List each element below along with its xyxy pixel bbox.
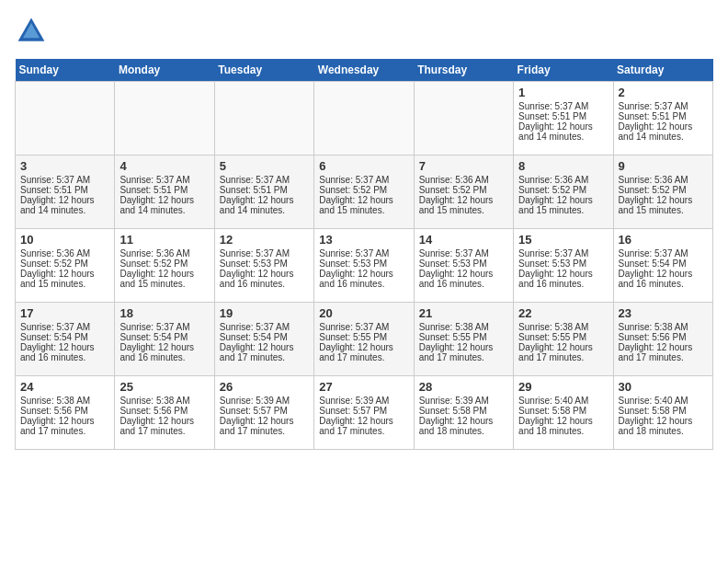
- day-number: 26: [220, 380, 309, 394]
- day-info: Daylight: 12 hours and 18 minutes.: [518, 416, 608, 436]
- day-info: Sunset: 5:54 PM: [20, 332, 109, 342]
- day-header-sunday: Sunday: [16, 59, 115, 82]
- calendar-cell: [314, 82, 414, 155]
- day-info: Daylight: 12 hours and 17 minutes.: [319, 416, 408, 436]
- day-info: Daylight: 12 hours and 18 minutes.: [619, 416, 708, 436]
- day-number: 23: [619, 306, 708, 320]
- day-info: Sunset: 5:52 PM: [419, 185, 508, 195]
- day-number: 3: [20, 159, 109, 173]
- calendar-week-row: 24Sunrise: 5:38 AMSunset: 5:56 PMDayligh…: [16, 376, 713, 450]
- day-info: Sunrise: 5:40 AM: [619, 396, 708, 406]
- calendar-cell: 17Sunrise: 5:37 AMSunset: 5:54 PMDayligh…: [16, 303, 115, 376]
- day-info: Daylight: 12 hours and 14 minutes.: [20, 195, 109, 215]
- day-info: Sunrise: 5:38 AM: [419, 322, 508, 332]
- day-number: 27: [319, 380, 408, 394]
- day-header-tuesday: Tuesday: [214, 59, 313, 82]
- day-number: 12: [220, 233, 309, 247]
- day-number: 15: [518, 233, 608, 247]
- day-number: 4: [119, 159, 209, 173]
- day-info: Sunset: 5:52 PM: [319, 185, 408, 195]
- day-header-wednesday: Wednesday: [314, 59, 414, 82]
- calendar-cell: 13Sunrise: 5:37 AMSunset: 5:53 PMDayligh…: [314, 229, 414, 303]
- day-number: 28: [419, 380, 508, 394]
- day-info: Daylight: 12 hours and 17 minutes.: [119, 416, 209, 436]
- day-number: 2: [619, 86, 708, 99]
- day-info: Sunrise: 5:39 AM: [419, 396, 508, 406]
- calendar-week-row: 10Sunrise: 5:36 AMSunset: 5:52 PMDayligh…: [16, 229, 713, 303]
- calendar-cell: 3Sunrise: 5:37 AMSunset: 5:51 PMDaylight…: [16, 155, 115, 229]
- day-header-saturday: Saturday: [613, 59, 712, 82]
- day-info: Sunset: 5:56 PM: [119, 406, 209, 416]
- day-info: Sunset: 5:56 PM: [20, 406, 109, 416]
- page-header: [15, 15, 713, 48]
- day-number: 24: [20, 380, 109, 394]
- calendar-cell: 14Sunrise: 5:37 AMSunset: 5:53 PMDayligh…: [414, 229, 513, 303]
- day-info: Sunset: 5:57 PM: [319, 406, 408, 416]
- day-info: Sunrise: 5:37 AM: [20, 322, 109, 332]
- day-info: Sunrise: 5:37 AM: [220, 248, 309, 259]
- day-info: Sunrise: 5:36 AM: [518, 175, 608, 185]
- day-info: Sunrise: 5:38 AM: [20, 396, 109, 406]
- calendar-cell: [16, 82, 115, 155]
- calendar-cell: 11Sunrise: 5:36 AMSunset: 5:52 PMDayligh…: [115, 229, 214, 303]
- calendar-cell: 18Sunrise: 5:37 AMSunset: 5:54 PMDayligh…: [115, 303, 214, 376]
- day-number: 20: [319, 306, 408, 320]
- calendar-week-row: 1Sunrise: 5:37 AMSunset: 5:51 PMDaylight…: [16, 82, 713, 155]
- day-info: Sunset: 5:54 PM: [119, 332, 209, 342]
- day-info: Sunset: 5:54 PM: [220, 332, 309, 342]
- calendar-cell: 10Sunrise: 5:36 AMSunset: 5:52 PMDayligh…: [16, 229, 115, 303]
- day-info: Sunset: 5:55 PM: [319, 332, 408, 342]
- day-info: Daylight: 12 hours and 17 minutes.: [319, 342, 408, 362]
- day-info: Daylight: 12 hours and 16 minutes.: [220, 269, 309, 289]
- calendar-cell: 1Sunrise: 5:37 AMSunset: 5:51 PMDaylight…: [514, 82, 613, 155]
- day-header-thursday: Thursday: [414, 59, 513, 82]
- calendar-cell: 5Sunrise: 5:37 AMSunset: 5:51 PMDaylight…: [214, 155, 313, 229]
- calendar-cell: 7Sunrise: 5:36 AMSunset: 5:52 PMDaylight…: [414, 155, 513, 229]
- calendar-cell: 19Sunrise: 5:37 AMSunset: 5:54 PMDayligh…: [214, 303, 313, 376]
- day-info: Sunrise: 5:37 AM: [419, 248, 508, 259]
- day-number: 14: [419, 233, 508, 247]
- day-number: 9: [619, 159, 708, 173]
- day-info: Sunrise: 5:37 AM: [319, 248, 408, 259]
- day-info: Daylight: 12 hours and 16 minutes.: [619, 269, 708, 289]
- calendar-cell: 15Sunrise: 5:37 AMSunset: 5:53 PMDayligh…: [514, 229, 613, 303]
- day-info: Daylight: 12 hours and 15 minutes.: [619, 195, 708, 215]
- day-info: Daylight: 12 hours and 15 minutes.: [119, 269, 209, 289]
- day-info: Sunset: 5:53 PM: [319, 259, 408, 269]
- calendar-cell: 27Sunrise: 5:39 AMSunset: 5:57 PMDayligh…: [314, 376, 414, 450]
- day-info: Sunrise: 5:36 AM: [419, 175, 508, 185]
- day-info: Daylight: 12 hours and 17 minutes.: [619, 342, 708, 362]
- day-info: Daylight: 12 hours and 14 minutes.: [220, 195, 309, 215]
- calendar-table: SundayMondayTuesdayWednesdayThursdayFrid…: [15, 59, 713, 450]
- day-info: Sunrise: 5:38 AM: [619, 322, 708, 332]
- day-info: Sunrise: 5:37 AM: [619, 248, 708, 259]
- day-info: Sunset: 5:57 PM: [220, 406, 309, 416]
- day-info: Sunrise: 5:37 AM: [220, 175, 309, 185]
- day-number: 10: [20, 233, 109, 247]
- calendar-cell: [214, 82, 313, 155]
- day-header-monday: Monday: [115, 59, 214, 82]
- day-info: Sunrise: 5:37 AM: [20, 175, 109, 185]
- calendar-cell: 24Sunrise: 5:38 AMSunset: 5:56 PMDayligh…: [16, 376, 115, 450]
- calendar-cell: 26Sunrise: 5:39 AMSunset: 5:57 PMDayligh…: [214, 376, 313, 450]
- calendar-cell: 21Sunrise: 5:38 AMSunset: 5:55 PMDayligh…: [414, 303, 513, 376]
- day-info: Daylight: 12 hours and 17 minutes.: [220, 342, 309, 362]
- calendar-week-row: 17Sunrise: 5:37 AMSunset: 5:54 PMDayligh…: [16, 303, 713, 376]
- day-info: Sunrise: 5:39 AM: [220, 396, 309, 406]
- day-number: 29: [518, 380, 608, 394]
- day-info: Daylight: 12 hours and 14 minutes.: [619, 121, 708, 142]
- day-info: Sunset: 5:58 PM: [419, 406, 508, 416]
- day-info: Sunset: 5:52 PM: [619, 185, 708, 195]
- calendar-cell: 29Sunrise: 5:40 AMSunset: 5:58 PMDayligh…: [514, 376, 613, 450]
- day-info: Daylight: 12 hours and 16 minutes.: [518, 269, 608, 289]
- day-info: Sunrise: 5:38 AM: [518, 322, 608, 332]
- logo-icon: [15, 15, 48, 48]
- day-info: Daylight: 12 hours and 16 minutes.: [119, 342, 209, 362]
- day-info: Daylight: 12 hours and 17 minutes.: [419, 342, 508, 362]
- day-number: 13: [319, 233, 408, 247]
- day-info: Sunset: 5:58 PM: [619, 406, 708, 416]
- day-number: 1: [518, 86, 608, 99]
- day-info: Daylight: 12 hours and 15 minutes.: [20, 269, 109, 289]
- day-info: Daylight: 12 hours and 17 minutes.: [20, 416, 109, 436]
- day-info: Sunset: 5:51 PM: [119, 185, 209, 195]
